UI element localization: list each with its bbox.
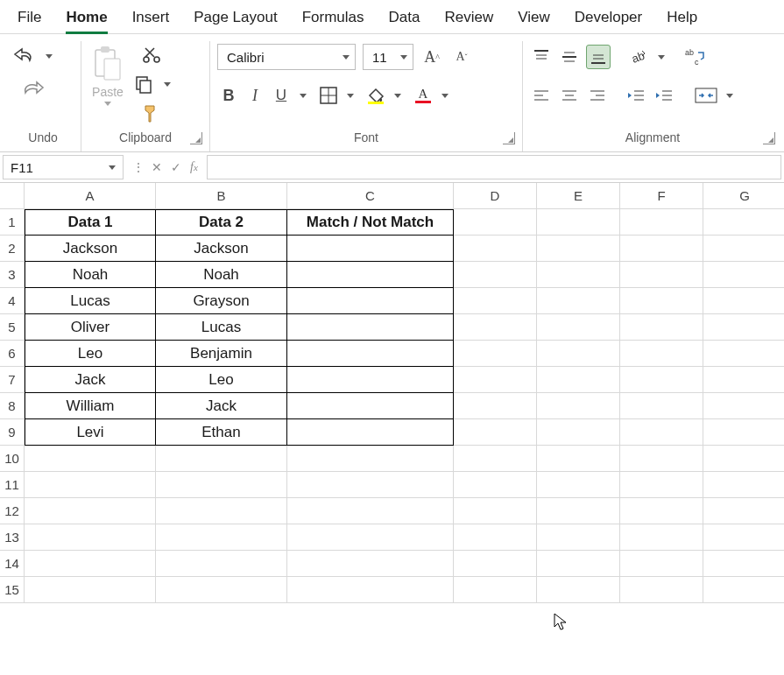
copy-button[interactable] [132, 73, 155, 95]
cell[interactable] [703, 262, 784, 288]
cell[interactable] [287, 472, 454, 498]
cell[interactable] [25, 551, 156, 577]
clipboard-launcher[interactable] [190, 132, 202, 144]
cell[interactable] [25, 524, 156, 551]
row-header[interactable]: 11 [0, 472, 25, 498]
insert-function-button[interactable]: fx [190, 160, 198, 174]
cell[interactable] [537, 288, 620, 314]
cell[interactable] [287, 367, 454, 393]
cell[interactable] [703, 551, 784, 577]
row-header[interactable]: 2 [0, 236, 25, 262]
cell[interactable] [156, 472, 287, 498]
cell[interactable] [537, 551, 620, 577]
cell[interactable]: Noah [25, 262, 156, 288]
fill-color-button[interactable] [364, 84, 387, 107]
font-name-selector[interactable]: Calibri [217, 44, 356, 70]
tab-insert[interactable]: Insert [132, 9, 170, 26]
cell[interactable] [703, 393, 784, 419]
cell[interactable] [156, 498, 287, 524]
tab-help[interactable]: Help [667, 9, 697, 26]
row-header[interactable]: 4 [0, 288, 25, 314]
row-header[interactable]: 6 [0, 341, 25, 367]
cell[interactable] [25, 446, 156, 472]
row-header[interactable]: 7 [0, 367, 25, 393]
cell[interactable] [454, 314, 537, 341]
font-launcher[interactable] [503, 132, 515, 144]
underline-button[interactable]: U [270, 84, 293, 107]
cell[interactable] [703, 446, 784, 472]
cell[interactable] [537, 262, 620, 288]
align-right-button[interactable] [586, 84, 609, 107]
align-bottom-button[interactable] [586, 45, 611, 69]
cell[interactable] [454, 236, 537, 262]
wrap-text-button[interactable]: abc [684, 46, 707, 68]
cell[interactable] [537, 446, 620, 472]
cell[interactable]: Jack [156, 393, 287, 419]
row-header[interactable]: 9 [0, 419, 25, 446]
row-header[interactable]: 5 [0, 314, 25, 341]
row-header[interactable]: 8 [0, 393, 25, 419]
cell[interactable] [537, 236, 620, 262]
paste-dropdown-icon[interactable] [104, 102, 111, 106]
col-header-A[interactable]: A [25, 183, 156, 209]
cell[interactable] [620, 288, 703, 314]
cell[interactable] [454, 419, 537, 446]
row-header[interactable]: 1 [0, 209, 25, 236]
orientation-dropdown-icon[interactable] [658, 55, 665, 60]
borders-button[interactable] [317, 84, 340, 107]
cell[interactable] [620, 524, 703, 551]
col-header-G[interactable]: G [703, 183, 784, 209]
increase-font-size-button[interactable]: A^ [420, 46, 443, 68]
cell[interactable] [454, 524, 537, 551]
col-header-D[interactable]: D [454, 183, 537, 209]
cell[interactable] [287, 262, 454, 288]
cell[interactable]: Noah [156, 262, 287, 288]
cell[interactable]: Levi [25, 419, 156, 446]
cell[interactable] [25, 472, 156, 498]
cell[interactable]: Jack [25, 367, 156, 393]
cell[interactable] [703, 472, 784, 498]
orientation-button[interactable]: ab [626, 46, 649, 68]
bold-button[interactable]: B [217, 84, 240, 107]
tab-formulas[interactable]: Formulas [302, 9, 364, 26]
cell[interactable]: Data 2 [156, 209, 287, 236]
cell[interactable] [620, 314, 703, 341]
undo-button[interactable] [12, 45, 37, 67]
cell[interactable] [620, 419, 703, 446]
cell[interactable] [537, 577, 620, 603]
align-middle-button[interactable] [558, 46, 581, 68]
cell[interactable] [620, 341, 703, 367]
enter-formula-button[interactable]: ✓ [171, 160, 181, 174]
col-header-C[interactable]: C [287, 183, 454, 209]
cell[interactable]: Jackson [25, 236, 156, 262]
cell[interactable] [703, 209, 784, 236]
cell[interactable] [454, 288, 537, 314]
cell[interactable] [703, 341, 784, 367]
tab-file[interactable]: File [18, 9, 41, 26]
cell[interactable] [454, 472, 537, 498]
tab-view[interactable]: View [518, 9, 550, 26]
align-left-button[interactable] [530, 84, 553, 107]
cell[interactable] [25, 577, 156, 603]
cell[interactable]: Lucas [156, 314, 287, 341]
cell[interactable] [156, 577, 287, 603]
cell[interactable]: Leo [25, 341, 156, 367]
cell[interactable] [537, 341, 620, 367]
cell[interactable] [287, 393, 454, 419]
cell[interactable]: Jackson [156, 236, 287, 262]
cell[interactable] [620, 446, 703, 472]
cell[interactable] [703, 367, 784, 393]
decrease-indent-button[interactable] [625, 84, 647, 107]
cell[interactable] [287, 498, 454, 524]
cell[interactable] [454, 341, 537, 367]
tab-page-layout[interactable]: Page Layout [194, 9, 277, 26]
decrease-font-size-button[interactable]: Aˇ [450, 46, 473, 68]
align-top-button[interactable] [530, 46, 553, 68]
tab-developer[interactable]: Developer [575, 9, 643, 26]
cell[interactable] [537, 524, 620, 551]
cell[interactable]: Leo [156, 367, 287, 393]
cell[interactable] [620, 209, 703, 236]
italic-button[interactable]: I [244, 84, 266, 107]
paste-button[interactable]: Paste [88, 43, 127, 108]
row-header[interactable]: 13 [0, 524, 25, 551]
